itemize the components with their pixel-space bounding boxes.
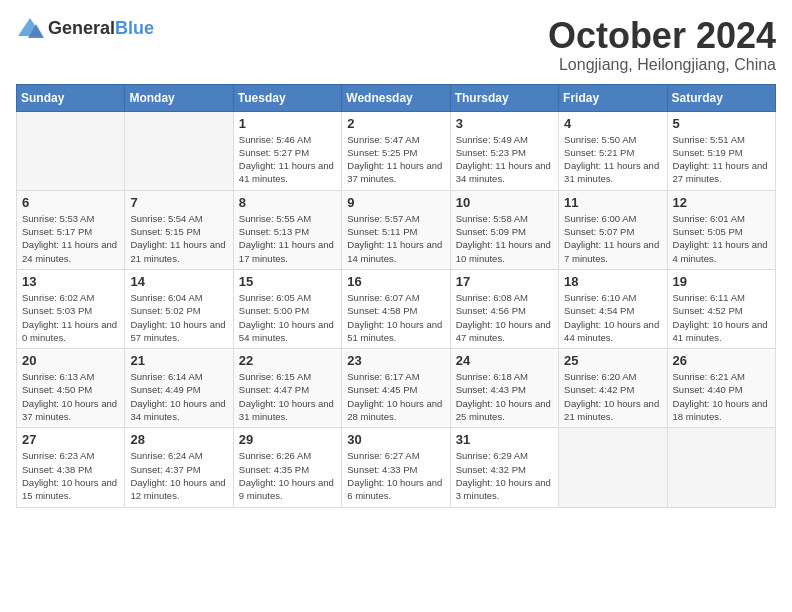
day-detail: Sunrise: 6:05 AMSunset: 5:00 PMDaylight:… xyxy=(239,291,336,344)
day-detail: Sunrise: 6:29 AMSunset: 4:32 PMDaylight:… xyxy=(456,449,553,502)
location-title: Longjiang, Heilongjiang, China xyxy=(548,56,776,74)
day-number: 2 xyxy=(347,116,444,131)
day-number: 13 xyxy=(22,274,119,289)
day-detail: Sunrise: 6:10 AMSunset: 4:54 PMDaylight:… xyxy=(564,291,661,344)
day-number: 1 xyxy=(239,116,336,131)
day-detail: Sunrise: 6:20 AMSunset: 4:42 PMDaylight:… xyxy=(564,370,661,423)
day-number: 8 xyxy=(239,195,336,210)
calendar-cell: 5Sunrise: 5:51 AMSunset: 5:19 PMDaylight… xyxy=(667,111,775,190)
calendar-cell: 24Sunrise: 6:18 AMSunset: 4:43 PMDayligh… xyxy=(450,349,558,428)
calendar-cell: 22Sunrise: 6:15 AMSunset: 4:47 PMDayligh… xyxy=(233,349,341,428)
logo: GeneralBlue xyxy=(16,16,154,40)
day-detail: Sunrise: 6:04 AMSunset: 5:02 PMDaylight:… xyxy=(130,291,227,344)
calendar-cell xyxy=(17,111,125,190)
calendar-cell: 28Sunrise: 6:24 AMSunset: 4:37 PMDayligh… xyxy=(125,428,233,507)
calendar-cell: 23Sunrise: 6:17 AMSunset: 4:45 PMDayligh… xyxy=(342,349,450,428)
day-number: 18 xyxy=(564,274,661,289)
calendar-cell: 1Sunrise: 5:46 AMSunset: 5:27 PMDaylight… xyxy=(233,111,341,190)
day-number: 23 xyxy=(347,353,444,368)
calendar-cell: 15Sunrise: 6:05 AMSunset: 5:00 PMDayligh… xyxy=(233,269,341,348)
day-number: 5 xyxy=(673,116,770,131)
calendar-cell: 19Sunrise: 6:11 AMSunset: 4:52 PMDayligh… xyxy=(667,269,775,348)
day-number: 28 xyxy=(130,432,227,447)
calendar-cell: 12Sunrise: 6:01 AMSunset: 5:05 PMDayligh… xyxy=(667,190,775,269)
title-block: October 2024 Longjiang, Heilongjiang, Ch… xyxy=(548,16,776,74)
day-detail: Sunrise: 5:46 AMSunset: 5:27 PMDaylight:… xyxy=(239,133,336,186)
weekday-header: Sunday xyxy=(17,84,125,111)
calendar-header-row: SundayMondayTuesdayWednesdayThursdayFrid… xyxy=(17,84,776,111)
calendar-cell: 9Sunrise: 5:57 AMSunset: 5:11 PMDaylight… xyxy=(342,190,450,269)
day-detail: Sunrise: 6:17 AMSunset: 4:45 PMDaylight:… xyxy=(347,370,444,423)
day-detail: Sunrise: 6:21 AMSunset: 4:40 PMDaylight:… xyxy=(673,370,770,423)
day-number: 3 xyxy=(456,116,553,131)
calendar-week-row: 13Sunrise: 6:02 AMSunset: 5:03 PMDayligh… xyxy=(17,269,776,348)
page-header: GeneralBlue October 2024 Longjiang, Heil… xyxy=(16,16,776,74)
calendar-cell: 31Sunrise: 6:29 AMSunset: 4:32 PMDayligh… xyxy=(450,428,558,507)
logo-general: General xyxy=(48,18,115,38)
day-detail: Sunrise: 6:26 AMSunset: 4:35 PMDaylight:… xyxy=(239,449,336,502)
day-number: 27 xyxy=(22,432,119,447)
month-title: October 2024 xyxy=(548,16,776,56)
day-number: 22 xyxy=(239,353,336,368)
calendar-cell: 8Sunrise: 5:55 AMSunset: 5:13 PMDaylight… xyxy=(233,190,341,269)
calendar-cell: 2Sunrise: 5:47 AMSunset: 5:25 PMDaylight… xyxy=(342,111,450,190)
day-number: 17 xyxy=(456,274,553,289)
logo-text: GeneralBlue xyxy=(48,18,154,39)
day-number: 15 xyxy=(239,274,336,289)
day-detail: Sunrise: 6:01 AMSunset: 5:05 PMDaylight:… xyxy=(673,212,770,265)
calendar-cell: 26Sunrise: 6:21 AMSunset: 4:40 PMDayligh… xyxy=(667,349,775,428)
calendar-cell: 27Sunrise: 6:23 AMSunset: 4:38 PMDayligh… xyxy=(17,428,125,507)
calendar-week-row: 1Sunrise: 5:46 AMSunset: 5:27 PMDaylight… xyxy=(17,111,776,190)
calendar-week-row: 20Sunrise: 6:13 AMSunset: 4:50 PMDayligh… xyxy=(17,349,776,428)
weekday-header: Thursday xyxy=(450,84,558,111)
day-number: 10 xyxy=(456,195,553,210)
calendar-week-row: 27Sunrise: 6:23 AMSunset: 4:38 PMDayligh… xyxy=(17,428,776,507)
calendar-cell: 6Sunrise: 5:53 AMSunset: 5:17 PMDaylight… xyxy=(17,190,125,269)
day-number: 12 xyxy=(673,195,770,210)
day-number: 11 xyxy=(564,195,661,210)
calendar-cell: 25Sunrise: 6:20 AMSunset: 4:42 PMDayligh… xyxy=(559,349,667,428)
day-detail: Sunrise: 5:49 AMSunset: 5:23 PMDaylight:… xyxy=(456,133,553,186)
day-detail: Sunrise: 5:51 AMSunset: 5:19 PMDaylight:… xyxy=(673,133,770,186)
calendar-week-row: 6Sunrise: 5:53 AMSunset: 5:17 PMDaylight… xyxy=(17,190,776,269)
day-number: 9 xyxy=(347,195,444,210)
calendar-cell xyxy=(125,111,233,190)
calendar-cell: 3Sunrise: 5:49 AMSunset: 5:23 PMDaylight… xyxy=(450,111,558,190)
calendar-cell: 30Sunrise: 6:27 AMSunset: 4:33 PMDayligh… xyxy=(342,428,450,507)
day-detail: Sunrise: 6:15 AMSunset: 4:47 PMDaylight:… xyxy=(239,370,336,423)
calendar-cell: 16Sunrise: 6:07 AMSunset: 4:58 PMDayligh… xyxy=(342,269,450,348)
logo-blue: Blue xyxy=(115,18,154,38)
weekday-header: Monday xyxy=(125,84,233,111)
day-detail: Sunrise: 5:50 AMSunset: 5:21 PMDaylight:… xyxy=(564,133,661,186)
calendar-cell: 14Sunrise: 6:04 AMSunset: 5:02 PMDayligh… xyxy=(125,269,233,348)
day-detail: Sunrise: 6:13 AMSunset: 4:50 PMDaylight:… xyxy=(22,370,119,423)
day-detail: Sunrise: 5:58 AMSunset: 5:09 PMDaylight:… xyxy=(456,212,553,265)
weekday-header: Wednesday xyxy=(342,84,450,111)
day-detail: Sunrise: 6:27 AMSunset: 4:33 PMDaylight:… xyxy=(347,449,444,502)
day-detail: Sunrise: 5:57 AMSunset: 5:11 PMDaylight:… xyxy=(347,212,444,265)
day-number: 14 xyxy=(130,274,227,289)
day-detail: Sunrise: 5:54 AMSunset: 5:15 PMDaylight:… xyxy=(130,212,227,265)
calendar-cell: 13Sunrise: 6:02 AMSunset: 5:03 PMDayligh… xyxy=(17,269,125,348)
day-detail: Sunrise: 6:18 AMSunset: 4:43 PMDaylight:… xyxy=(456,370,553,423)
day-detail: Sunrise: 6:14 AMSunset: 4:49 PMDaylight:… xyxy=(130,370,227,423)
day-number: 26 xyxy=(673,353,770,368)
day-detail: Sunrise: 5:47 AMSunset: 5:25 PMDaylight:… xyxy=(347,133,444,186)
calendar-cell: 10Sunrise: 5:58 AMSunset: 5:09 PMDayligh… xyxy=(450,190,558,269)
day-detail: Sunrise: 6:11 AMSunset: 4:52 PMDaylight:… xyxy=(673,291,770,344)
calendar-cell: 11Sunrise: 6:00 AMSunset: 5:07 PMDayligh… xyxy=(559,190,667,269)
calendar-cell: 29Sunrise: 6:26 AMSunset: 4:35 PMDayligh… xyxy=(233,428,341,507)
day-number: 30 xyxy=(347,432,444,447)
day-number: 29 xyxy=(239,432,336,447)
day-detail: Sunrise: 6:23 AMSunset: 4:38 PMDaylight:… xyxy=(22,449,119,502)
day-number: 19 xyxy=(673,274,770,289)
logo-icon xyxy=(16,16,44,40)
day-number: 31 xyxy=(456,432,553,447)
weekday-header: Tuesday xyxy=(233,84,341,111)
day-detail: Sunrise: 5:53 AMSunset: 5:17 PMDaylight:… xyxy=(22,212,119,265)
day-number: 4 xyxy=(564,116,661,131)
calendar-cell xyxy=(667,428,775,507)
calendar-cell xyxy=(559,428,667,507)
day-number: 6 xyxy=(22,195,119,210)
day-detail: Sunrise: 6:02 AMSunset: 5:03 PMDaylight:… xyxy=(22,291,119,344)
